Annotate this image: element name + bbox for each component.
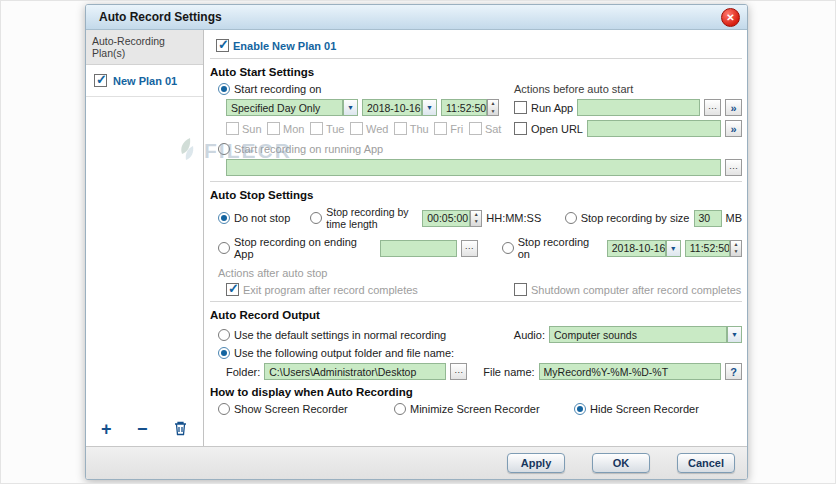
actions-after-stop-label: Actions after auto stop (218, 267, 327, 279)
do-not-stop-radio[interactable] (218, 212, 230, 224)
stop-on-datetime-radio[interactable] (502, 242, 514, 254)
apply-button[interactable]: Apply (507, 453, 565, 473)
hide-recorder-label: Hide Screen Recorder (590, 403, 699, 415)
running-app-path-field[interactable] (226, 159, 721, 176)
audio-label: Audio: (514, 329, 545, 341)
screenshot-frame: Auto Record Settings ✕ Auto-Recording Pl… (0, 0, 836, 484)
stop-time-length-field[interactable]: 00:05:00 (422, 210, 470, 227)
ellipsis-icon: ··· (708, 103, 717, 113)
open-url-checkbox[interactable] (514, 122, 527, 135)
stop-size-field[interactable]: 30 (694, 210, 722, 227)
stop-by-size-radio[interactable] (565, 212, 577, 224)
help-icon: ? (730, 366, 737, 378)
spin-down-icon[interactable]: ▼ (488, 108, 498, 116)
cancel-button[interactable]: Cancel (677, 453, 735, 473)
start-time-spinner[interactable]: ▲ ▼ (487, 99, 499, 116)
open-url-label: Open URL (531, 123, 583, 135)
day-checkbox-wed[interactable] (350, 122, 363, 135)
day-label: Mon (283, 123, 304, 135)
day-checkbox-tue[interactable] (310, 122, 323, 135)
minimize-recorder-radio[interactable] (394, 403, 406, 415)
dialog-content: Auto-Recording Plan(s) New Plan 01 + − (86, 30, 747, 446)
spin-down-icon[interactable]: ▼ (471, 218, 481, 226)
day-checkbox-thu[interactable] (394, 122, 407, 135)
running-app-browse-button[interactable]: ··· (725, 159, 742, 176)
ok-button[interactable]: OK (592, 453, 650, 473)
stop-date-field[interactable]: 2018-10-16 (607, 240, 666, 257)
divider (210, 301, 742, 302)
custom-output-radio[interactable] (218, 347, 230, 359)
run-app-checkbox[interactable] (514, 101, 527, 114)
spin-down-icon[interactable]: ▼ (731, 248, 741, 256)
file-name-help-button[interactable]: ? (725, 363, 742, 380)
titlebar[interactable]: Auto Record Settings ✕ (86, 5, 747, 30)
plan-toolbar: + − (86, 416, 203, 446)
start-recording-on-radio[interactable] (218, 83, 230, 95)
day-checkbox-sun[interactable] (226, 122, 239, 135)
day-checkbox-sat[interactable] (469, 122, 482, 135)
minus-icon: − (137, 419, 148, 439)
audio-dropdown-icon[interactable]: ▼ (727, 326, 742, 343)
day-mode-select[interactable]: Specified Day Only (226, 99, 343, 116)
audio-select[interactable]: Computer sounds (549, 326, 727, 343)
plans-sidebar: Auto-Recording Plan(s) New Plan 01 + − (86, 30, 204, 446)
day-label: Sat (485, 123, 502, 135)
ending-app-field[interactable] (380, 240, 457, 257)
enable-plan-checkbox[interactable] (216, 39, 229, 52)
spin-up-icon[interactable]: ▲ (471, 211, 481, 219)
day-checkbox-fri[interactable] (434, 122, 447, 135)
hide-recorder-radio[interactable] (574, 403, 586, 415)
chevrons-icon: » (730, 102, 736, 114)
do-not-stop-label: Do not stop (234, 212, 290, 224)
stop-on-ending-app-radio[interactable] (218, 242, 230, 254)
start-date-dropdown-icon[interactable]: ▼ (422, 99, 437, 116)
file-name-label: File name: (483, 366, 534, 378)
stop-by-size-label: Stop recording by size (581, 212, 690, 224)
day-label: Fri (450, 123, 463, 135)
run-app-expand-button[interactable]: » (725, 99, 742, 116)
close-button[interactable]: ✕ (721, 8, 740, 27)
plan-list-item[interactable]: New Plan 01 (86, 65, 203, 97)
ending-app-browse-button[interactable]: ··· (461, 240, 478, 257)
default-output-radio[interactable] (218, 329, 230, 341)
time-format-label: HH:MM:SS (486, 212, 541, 224)
day-mode-dropdown-icon[interactable]: ▼ (343, 99, 358, 116)
show-recorder-radio[interactable] (218, 403, 230, 415)
exit-program-label: Exit program after record completes (243, 284, 418, 296)
day-label: Wed (366, 123, 388, 135)
run-app-browse-button[interactable]: ··· (704, 99, 721, 116)
ellipsis-icon: ··· (729, 163, 738, 173)
folder-browse-button[interactable]: ··· (450, 363, 467, 380)
trash-icon (173, 420, 188, 436)
stop-by-time-radio[interactable] (310, 212, 322, 224)
spin-up-icon[interactable]: ▲ (731, 241, 741, 249)
stop-time-spinner[interactable]: ▲ ▼ (730, 240, 742, 257)
spin-up-icon[interactable]: ▲ (488, 100, 498, 108)
run-app-path-field[interactable] (577, 99, 700, 116)
actions-before-start-label: Actions before auto start (514, 83, 633, 95)
file-name-field[interactable]: MyRecord%Y-%M-%D-%T (539, 363, 721, 380)
add-plan-button[interactable]: + (101, 421, 112, 437)
stop-by-time-label: Stop recording by time length (326, 206, 418, 230)
open-url-expand-button[interactable]: » (725, 120, 742, 137)
day-label: Sun (242, 123, 262, 135)
exit-program-checkbox[interactable] (226, 283, 239, 296)
day-checkbox-mon[interactable] (267, 122, 280, 135)
stop-time-length-spinner[interactable]: ▲ ▼ (470, 210, 482, 227)
start-date-field[interactable]: 2018-10-16 (362, 99, 422, 116)
open-url-field[interactable] (587, 120, 721, 137)
stop-time-field[interactable]: 11:52:50 (685, 240, 730, 257)
stop-on-ending-app-label: Stop recording on ending App (234, 236, 376, 260)
close-icon: ✕ (726, 12, 734, 23)
start-time-field[interactable]: 11:52:50 (441, 99, 487, 116)
shutdown-label: Shutdown computer after record completes (531, 284, 741, 296)
auto-start-section-title: Auto Start Settings (210, 66, 742, 78)
folder-field[interactable]: C:\Users\Administrator\Desktop (264, 363, 446, 380)
start-on-running-app-radio[interactable] (218, 143, 230, 155)
dialog-footer: Apply OK Cancel (86, 446, 747, 479)
plan-checkbox[interactable] (94, 74, 107, 87)
remove-plan-button[interactable]: − (137, 421, 148, 437)
stop-date-dropdown-icon[interactable]: ▼ (666, 240, 681, 257)
shutdown-checkbox[interactable] (514, 283, 527, 296)
delete-plan-button[interactable] (173, 420, 188, 438)
